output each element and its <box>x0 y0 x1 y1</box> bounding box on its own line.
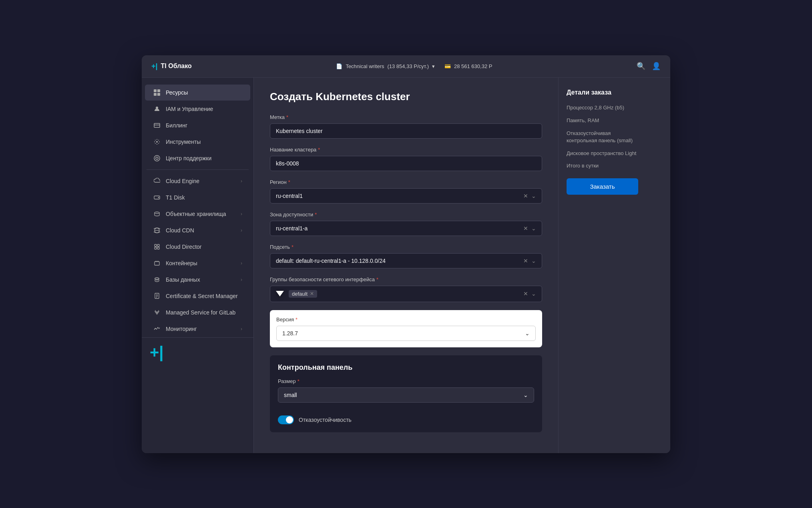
header-actions: 🔍 👤 <box>637 62 661 71</box>
security-groups-select[interactable]: default ✕ ✕ ⌄ <box>270 286 542 302</box>
fault-tolerance-label: Отказоустойчивость <box>299 417 352 423</box>
sidebar-item-billing[interactable]: Биллинг <box>145 117 250 133</box>
region-select[interactable]: ru-central1 ✕ ⌄ <box>270 188 542 204</box>
version-select[interactable]: 1.28.7 ⌄ <box>276 326 536 341</box>
resources-label: Ресурсы <box>166 89 242 96</box>
tools-label: Инструменты <box>166 139 242 145</box>
order-button[interactable]: Заказать <box>567 178 638 195</box>
search-icon[interactable]: 🔍 <box>637 62 645 71</box>
order-details: Детали заказа Процессор 2,8 GHz (b5) Пам… <box>558 78 646 453</box>
security-groups-dropdown-icon[interactable]: ⌄ <box>531 290 536 297</box>
user-icon[interactable]: 👤 <box>652 62 661 71</box>
billing-icon <box>153 121 161 129</box>
region-dropdown-icon[interactable]: ⌄ <box>531 193 536 199</box>
region-select-actions: ✕ ⌄ <box>523 193 536 199</box>
control-panel-title: Контрольная панель <box>278 363 534 372</box>
sidebar: Ресурсы IAM и Управление <box>142 78 254 453</box>
zone-value: ru-central1-a <box>276 225 523 232</box>
svg-rect-1 <box>157 89 160 92</box>
subnet-dropdown-icon[interactable]: ⌄ <box>531 258 536 264</box>
cloud-engine-label: Cloud Engine <box>166 178 236 184</box>
container-icon <box>153 259 161 267</box>
sidebar-item-monitoring[interactable]: Мониторинг › <box>145 321 250 337</box>
support-label: Центр поддержки <box>166 155 242 161</box>
zone-select-actions: ✕ ⌄ <box>523 225 536 232</box>
logo-icon: +| <box>151 62 158 71</box>
sidebar-item-databases[interactable]: Базы данных › <box>145 272 250 288</box>
size-dropdown-icon[interactable]: ⌄ <box>523 392 528 398</box>
security-groups-clear-icon[interactable]: ✕ <box>523 290 528 297</box>
sidebar-item-object-storage[interactable]: Объектные хранилища › <box>145 206 250 222</box>
size-label: Размер * <box>278 378 534 384</box>
cloud-engine-arrow: › <box>241 178 242 184</box>
svg-point-20 <box>155 278 159 279</box>
svg-rect-17 <box>155 247 157 249</box>
subnet-clear-icon[interactable]: ✕ <box>523 258 528 264</box>
label-group: Метка * <box>270 114 542 139</box>
order-total-label: Итого в сутки <box>567 163 638 169</box>
plus-logo-icon: +| <box>150 344 245 360</box>
security-groups-actions: ✕ ⌄ <box>523 290 536 297</box>
document-icon: 📄 <box>336 63 342 69</box>
order-title: Детали заказа <box>567 89 638 96</box>
security-group-tag-close[interactable]: ✕ <box>310 291 314 296</box>
zone-label: Зона доступности * <box>270 212 542 218</box>
logo[interactable]: +| TI Облако <box>151 62 192 71</box>
page-title: Создать Kubernetes cluster <box>270 91 542 103</box>
logo-text: TI Облако <box>161 62 192 70</box>
cluster-name-label: Название кластера * <box>270 147 542 153</box>
zone-dropdown-icon[interactable]: ⌄ <box>531 225 536 232</box>
project-rate: (13 854,33 Р/сут.) <box>387 63 429 69</box>
sidebar-item-support[interactable]: Центр поддержки <box>145 150 250 166</box>
svg-rect-15 <box>155 244 157 246</box>
sidebar-item-cloud-cdn[interactable]: Cloud CDN › <box>145 222 250 238</box>
director-icon <box>153 243 161 251</box>
budget-amount: 28 561 630,32 Р <box>454 63 492 69</box>
version-value: 1.28.7 <box>282 330 298 337</box>
subnet-value: default: default-ru-central1-a - 10.128.… <box>276 258 523 264</box>
svg-rect-3 <box>157 93 160 96</box>
sidebar-item-containers[interactable]: Контейнеры › <box>145 255 250 271</box>
svg-rect-2 <box>154 93 157 96</box>
fault-tolerance-row: Отказоустойчивость <box>278 411 534 424</box>
svg-point-12 <box>155 212 159 214</box>
subnet-label: Подсеть * <box>270 244 542 250</box>
fault-tolerance-toggle[interactable] <box>278 415 294 424</box>
svg-point-8 <box>154 155 160 161</box>
svg-rect-18 <box>157 247 159 249</box>
main-layout: Ресурсы IAM и Управление <box>142 78 670 453</box>
header-left: +| TI Облако <box>151 62 192 71</box>
sidebar-item-t1-disk[interactable]: T1 Disk <box>145 189 250 206</box>
zone-clear-icon[interactable]: ✕ <box>523 225 528 232</box>
order-item-1: Память, RAM <box>567 117 638 124</box>
app-header: +| TI Облако 📄 Technical writers (13 854… <box>142 55 670 78</box>
region-value: ru-central1 <box>276 193 523 199</box>
region-clear-icon[interactable]: ✕ <box>523 193 528 199</box>
security-group-tag-value: default <box>292 291 308 297</box>
size-select[interactable]: small ⌄ <box>278 387 534 403</box>
sidebar-item-tools[interactable]: Инструменты <box>145 134 250 150</box>
content-area: Создать Kubernetes cluster Метка * Назва… <box>254 78 670 453</box>
subnet-select[interactable]: default: default-ru-central1-a - 10.128.… <box>270 253 542 268</box>
iam-label: IAM и Управление <box>166 106 242 112</box>
version-dropdown-icon[interactable]: ⌄ <box>525 330 530 337</box>
sidebar-item-cloud-engine[interactable]: Cloud Engine › <box>145 173 250 189</box>
header-project[interactable]: 📄 Technical writers (13 854,33 Р/сут.) ▾ <box>336 63 435 69</box>
sidebar-item-resources[interactable]: Ресурсы <box>145 85 250 101</box>
cloud-cdn-arrow: › <box>241 228 242 233</box>
label-input[interactable] <box>270 123 542 139</box>
sidebar-item-cert-manager[interactable]: Certificate & Secret Manager <box>145 288 250 304</box>
cluster-name-input[interactable] <box>270 156 542 171</box>
svg-point-7 <box>156 141 158 143</box>
zone-select[interactable]: ru-central1-a ✕ ⌄ <box>270 221 542 236</box>
sidebar-item-cloud-director[interactable]: Cloud Director <box>145 239 250 255</box>
version-container: Версия * 1.28.7 ⌄ <box>270 310 542 347</box>
cdn-icon <box>153 226 161 234</box>
label-field-label: Метка * <box>270 114 542 120</box>
monitoring-arrow: › <box>241 326 242 332</box>
sidebar-item-gitlab[interactable]: Managed Service for GitLab <box>145 304 250 321</box>
svg-rect-16 <box>157 244 159 246</box>
toggle-thumb <box>286 416 293 423</box>
header-center: 📄 Technical writers (13 854,33 Р/сут.) ▾… <box>336 63 492 69</box>
sidebar-item-iam[interactable]: IAM и Управление <box>145 101 250 117</box>
